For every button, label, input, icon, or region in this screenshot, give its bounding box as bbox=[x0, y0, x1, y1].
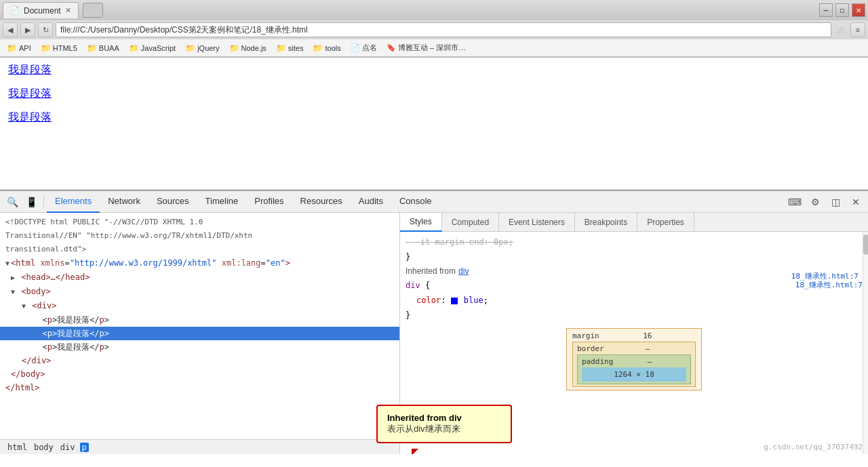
html-line-p2-selected[interactable]: <p>我是段落</p> bbox=[0, 327, 399, 340]
css-color-value: blue bbox=[464, 296, 484, 305]
browser-tab[interactable]: 📄 Document ✕ bbox=[3, 2, 79, 18]
css-color-swatch bbox=[451, 298, 458, 304]
tab-sources[interactable]: Sources bbox=[149, 191, 197, 213]
css-inherited-label: Inherited from bbox=[406, 266, 456, 276]
tab-profiles-label: Profiles bbox=[254, 196, 283, 206]
bookmark-boya[interactable]: 🔖 博雅互动 – 深圳市… bbox=[382, 41, 470, 56]
paragraph-1[interactable]: 我是段落 bbox=[8, 63, 860, 77]
css-rule-close: } bbox=[400, 308, 868, 323]
css-tab-breakpoints-label: Breakpoints bbox=[585, 218, 627, 227]
tab-resources-label: Resources bbox=[300, 196, 342, 206]
bookmark-javascript[interactable]: 📁 JavaScript bbox=[125, 41, 180, 56]
css-tab-styles-label: Styles bbox=[410, 217, 432, 226]
html-line-div[interactable]: ▼ <div> bbox=[0, 299, 399, 313]
tab-audits-label: Audits bbox=[359, 196, 383, 206]
html-line-p1[interactable]: <p>我是段落</p> bbox=[0, 313, 399, 327]
bookmark-nodejs[interactable]: 📁 Node.js bbox=[225, 41, 271, 56]
tab-resources[interactable]: Resources bbox=[292, 191, 351, 213]
border-value: – bbox=[646, 344, 650, 353]
tab-network-label: Network bbox=[108, 196, 140, 206]
bookmark-page-icon: 📄 bbox=[351, 43, 360, 52]
bookmark-sites[interactable]: 📁 sites bbox=[272, 41, 308, 56]
tooltip-overlay: Inherited from div 表示从div继承而来 bbox=[376, 405, 512, 443]
tab-elements-label: Elements bbox=[55, 196, 92, 206]
css-selector: div bbox=[406, 281, 420, 290]
menu-button[interactable]: ≡ bbox=[850, 22, 865, 37]
dock-button[interactable]: ◫ bbox=[826, 192, 845, 211]
breadcrumb-body[interactable]: body bbox=[32, 443, 56, 452]
html-line-div-close[interactable]: </div> bbox=[0, 354, 399, 367]
css-tab-event-label: Event Listeners bbox=[509, 218, 565, 227]
paragraph-2[interactable]: 我是段落 bbox=[8, 87, 860, 101]
tab-profiles[interactable]: Profiles bbox=[246, 191, 292, 213]
tab-timeline[interactable]: Timeline bbox=[197, 191, 247, 213]
content-size: 1264 × 18 bbox=[614, 370, 654, 379]
html-line-html-close[interactable]: </html> bbox=[0, 381, 399, 394]
bookmark-jquery[interactable]: 📁 jQuery bbox=[181, 41, 223, 56]
html-line: Transitional//EN" "http://www.w3.org/TR/… bbox=[0, 229, 399, 243]
margin-label: margin bbox=[572, 331, 599, 340]
html-line-p3[interactable]: <p>我是段落</p> bbox=[0, 340, 399, 354]
bookmark-star[interactable]: ☆ bbox=[834, 22, 848, 37]
css-tab-styles[interactable]: Styles bbox=[400, 213, 442, 232]
bookmark-folder-icon: 📁 bbox=[313, 43, 323, 53]
bookmark-tools[interactable]: 📁 tools bbox=[309, 41, 344, 56]
minimize-button[interactable]: ─ bbox=[819, 3, 833, 17]
paragraph-3[interactable]: 我是段落 bbox=[8, 110, 860, 125]
scrollbar-track[interactable] bbox=[863, 232, 868, 454]
margin-value: 16 bbox=[643, 331, 652, 340]
css-color-rule: color: blue; bbox=[400, 293, 868, 308]
restore-button[interactable]: □ bbox=[835, 3, 849, 17]
html-line-html[interactable]: ▼<html xmlns="http://www.w3.org/1999/xht… bbox=[0, 256, 399, 270]
tab-elements[interactable]: Elements bbox=[47, 191, 100, 213]
title-bar: 📄 Document ✕ ─ □ ✕ bbox=[0, 0, 868, 20]
css-tab-properties[interactable]: Properties bbox=[637, 213, 694, 232]
css-tab-computed[interactable]: Computed bbox=[442, 213, 499, 232]
scrollbar-thumb[interactable] bbox=[863, 235, 868, 255]
css-inherited-element-link[interactable]: div bbox=[458, 266, 469, 276]
tab-audits[interactable]: Audits bbox=[351, 191, 391, 213]
console-drawer-button[interactable]: ⌨ bbox=[785, 192, 804, 211]
bookmark-buaa[interactable]: 📁 BUAA bbox=[83, 41, 123, 56]
bookmark-folder-icon: 📁 bbox=[7, 43, 17, 53]
css-tab-breakpoints[interactable]: Breakpoints bbox=[575, 213, 637, 232]
address-bar[interactable] bbox=[56, 22, 831, 37]
html-line-head[interactable]: ▶ <head>…</head> bbox=[0, 270, 399, 285]
forward-button[interactable]: ▶ bbox=[20, 22, 35, 37]
mobile-device-button[interactable]: 📱 bbox=[22, 192, 41, 211]
html-line: transitional.dtd"> bbox=[0, 243, 399, 256]
box-model-section: margin 16 border – bbox=[400, 323, 868, 396]
bookmark-folder-icon: 📁 bbox=[41, 43, 51, 53]
breadcrumb-div[interactable]: div bbox=[58, 443, 77, 452]
tab-timeline-label: Timeline bbox=[205, 196, 239, 206]
close-devtools-button[interactable]: ✕ bbox=[846, 192, 865, 211]
close-button[interactable]: ✕ bbox=[852, 3, 865, 17]
breadcrumb-html[interactable]: html bbox=[5, 443, 29, 452]
css-file-reference[interactable]: 18_继承性.html:7 bbox=[791, 271, 859, 281]
tab-console[interactable]: Console bbox=[391, 191, 440, 213]
close-tab-button[interactable]: ✕ bbox=[65, 6, 71, 15]
html-panel: <!DOCTYPE html PUBLIC "-//W3C//DTD XHTML… bbox=[0, 213, 400, 454]
window-controls: ─ □ ✕ bbox=[819, 3, 865, 17]
tab-network[interactable]: Network bbox=[100, 191, 149, 213]
bookmark-label: 博雅互动 – 深圳市… bbox=[398, 43, 466, 53]
back-button[interactable]: ◀ bbox=[3, 22, 18, 37]
bookmark-html5[interactable]: 📁 HTML5 bbox=[37, 41, 81, 56]
settings-button[interactable]: ⚙ bbox=[806, 192, 825, 211]
css-close-brace: } bbox=[406, 252, 410, 262]
css-tab-event-listeners[interactable]: Event Listeners bbox=[499, 213, 575, 232]
reload-button[interactable]: ↻ bbox=[38, 22, 53, 37]
tab-sources-label: Sources bbox=[157, 196, 189, 206]
inspect-element-button[interactable]: 🔍 bbox=[3, 192, 22, 211]
bookmark-label: sites bbox=[288, 44, 304, 52]
tooltip-title: Inherited from div bbox=[387, 413, 501, 423]
css-rule-brace-close: } bbox=[400, 249, 868, 264]
html-line-body[interactable]: ▼ <body> bbox=[0, 285, 399, 299]
devtools-tabs: Elements Network Sources Timeline Profil… bbox=[47, 191, 785, 213]
html-line-body-close[interactable]: </body> bbox=[0, 367, 399, 381]
bookmark-api[interactable]: 📁 API bbox=[3, 41, 35, 56]
devtools: 🔍 📱 Elements Network Sources Timeline Pr… bbox=[0, 190, 868, 454]
bookmark-dianming[interactable]: 📄 点名 bbox=[347, 41, 381, 56]
css-tab-properties-label: Properties bbox=[647, 218, 684, 227]
breadcrumb-p[interactable]: p bbox=[80, 443, 89, 452]
